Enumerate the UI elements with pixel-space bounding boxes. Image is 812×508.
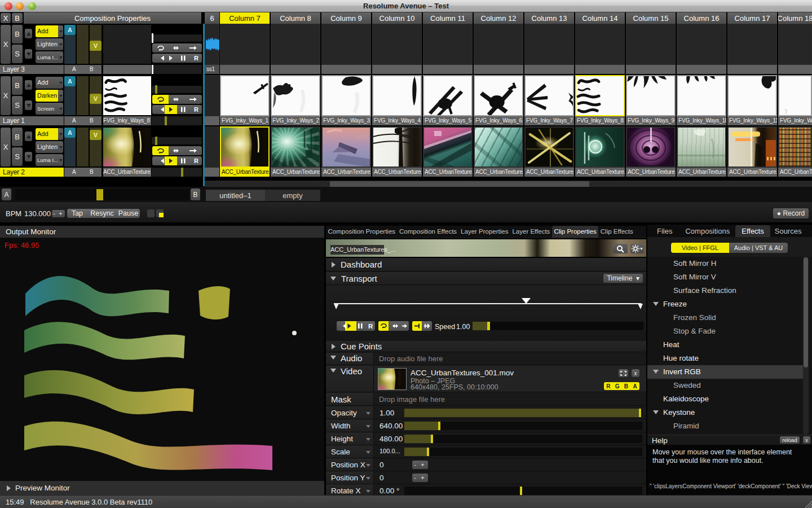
svg-text:R: R bbox=[368, 323, 373, 330]
svg-text:R: R bbox=[194, 157, 198, 164]
svg-text:R: R bbox=[194, 106, 198, 113]
svg-text:R: R bbox=[194, 55, 198, 62]
